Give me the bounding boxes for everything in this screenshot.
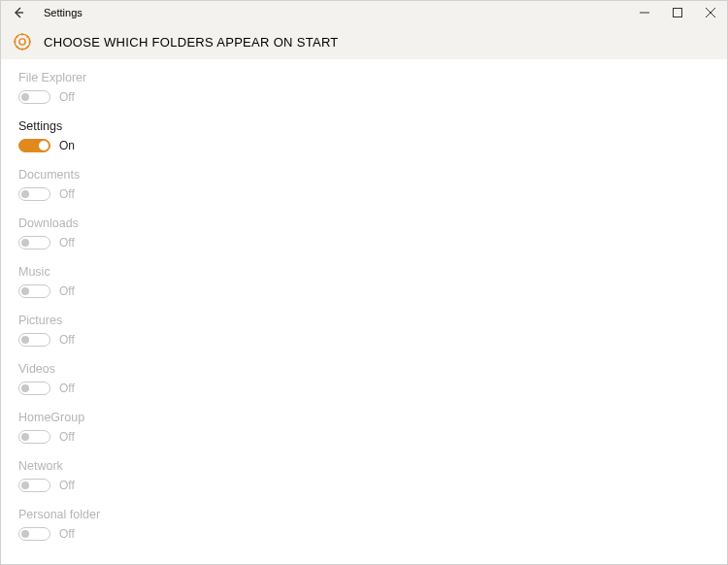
back-arrow-icon (12, 6, 25, 19)
folder-toggle[interactable] (18, 187, 50, 201)
maximize-icon (673, 8, 682, 17)
toggle-state-label: Off (59, 90, 75, 104)
toggle-row: On (18, 139, 710, 152)
folder-item: VideosOff (18, 362, 710, 395)
page-header: CHOOSE WHICH FOLDERS APPEAR ON START (1, 24, 727, 59)
folder-item-label: Music (18, 265, 710, 279)
toggle-row: Off (18, 236, 710, 249)
folder-item: DocumentsOff (18, 168, 710, 201)
toggle-state-label: Off (59, 527, 75, 541)
toggle-state-label: Off (59, 479, 75, 492)
toggle-knob (21, 384, 29, 392)
folder-item: NetworkOff (18, 459, 710, 492)
toggle-knob (21, 482, 29, 489)
maximize-button[interactable] (661, 1, 694, 24)
folder-toggle[interactable] (18, 236, 50, 249)
folder-item-label: Downloads (18, 216, 710, 230)
close-button[interactable] (694, 1, 727, 24)
window-title: Settings (44, 7, 628, 18)
svg-rect-2 (674, 9, 682, 17)
folder-toggle[interactable] (18, 333, 50, 347)
toggle-state-label: Off (59, 430, 75, 444)
folder-item: MusicOff (18, 265, 710, 298)
folder-item-label: Documents (18, 168, 710, 182)
folder-toggle[interactable] (18, 527, 50, 541)
folder-toggle[interactable] (18, 90, 50, 104)
toggle-row: Off (18, 333, 710, 347)
toggle-knob (21, 287, 29, 295)
svg-point-5 (19, 39, 25, 45)
toggle-row: Off (18, 90, 710, 104)
folder-item-label: Videos (18, 362, 710, 376)
folder-item-label: Pictures (18, 314, 710, 327)
toggle-state-label: Off (59, 333, 75, 347)
folder-item-label: File Explorer (18, 71, 710, 84)
toggle-row: Off (18, 527, 710, 541)
toggle-state-label: Off (59, 187, 75, 201)
folder-item: DownloadsOff (18, 216, 710, 249)
folder-toggle[interactable] (18, 139, 50, 152)
toggle-knob (21, 239, 29, 247)
page-title: CHOOSE WHICH FOLDERS APPEAR ON START (44, 35, 339, 50)
toggle-knob (39, 141, 49, 150)
minimize-button[interactable] (628, 1, 661, 24)
folder-toggle[interactable] (18, 479, 50, 492)
toggle-knob (21, 433, 29, 441)
toggle-knob (21, 93, 29, 101)
minimize-icon (640, 8, 649, 17)
svg-point-6 (15, 34, 30, 50)
toggle-knob (21, 530, 29, 538)
folder-item: HomeGroupOff (18, 411, 710, 444)
toggle-row: Off (18, 382, 710, 395)
folder-item: File ExplorerOff (18, 71, 710, 104)
folder-item-label: Personal folder (18, 508, 710, 521)
toggle-row: Off (18, 187, 710, 201)
toggle-state-label: Off (59, 284, 75, 298)
settings-gear-icon (7, 26, 38, 57)
toggle-row: Off (18, 430, 710, 444)
folder-toggle[interactable] (18, 382, 50, 395)
toggle-row: Off (18, 479, 710, 492)
folder-item: Personal folderOff (18, 508, 710, 541)
titlebar: Settings (1, 1, 727, 24)
back-button[interactable] (1, 1, 36, 24)
folder-toggle[interactable] (18, 430, 50, 444)
close-icon (706, 8, 715, 17)
toggle-state-label: Off (59, 236, 75, 249)
toggle-knob (21, 190, 29, 198)
folder-item: PicturesOff (18, 314, 710, 347)
toggle-state-label: On (59, 139, 75, 152)
folder-list: File ExplorerOffSettingsOnDocumentsOffDo… (1, 59, 727, 556)
folder-item-label: Network (18, 459, 710, 473)
toggle-row: Off (18, 284, 710, 298)
folder-item-label: Settings (18, 119, 710, 133)
folder-item: SettingsOn (18, 119, 710, 152)
toggle-state-label: Off (59, 382, 75, 395)
folder-item-label: HomeGroup (18, 411, 710, 424)
toggle-knob (21, 336, 29, 344)
folder-toggle[interactable] (18, 284, 50, 298)
